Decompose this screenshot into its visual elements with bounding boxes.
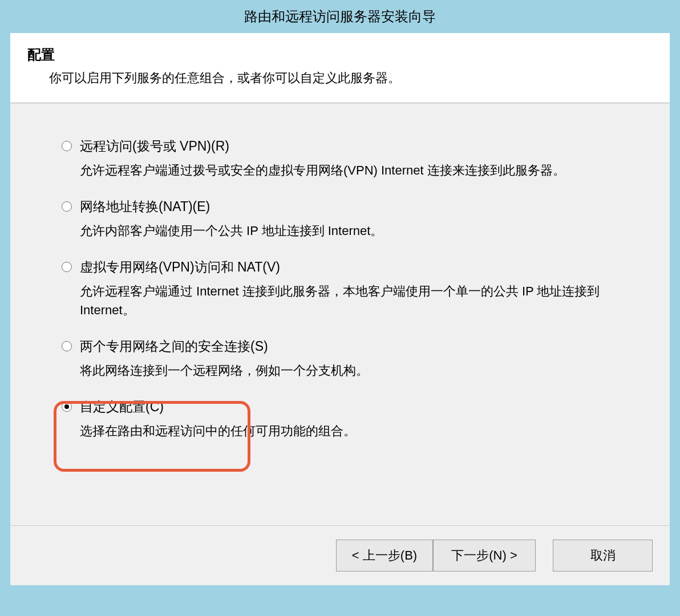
- option-desc-remote-access: 允许远程客户端通过拨号或安全的虚拟专用网络(VPN) Internet 连接来连…: [80, 161, 636, 180]
- option-desc-secure-connection: 将此网络连接到一个远程网络，例如一个分支机构。: [80, 361, 636, 380]
- radio-remote-access[interactable]: [62, 141, 72, 151]
- options-panel: 远程访问(拨号或 VPN)(R) 允许远程客户端通过拨号或安全的虚拟专用网络(V…: [10, 103, 670, 525]
- page-subheading: 你可以启用下列服务的任意组合，或者你可以自定义此服务器。: [49, 70, 653, 87]
- option-desc-vpn-nat: 允许远程客户端通过 Internet 连接到此服务器，本地客户端使用一个单一的公…: [80, 282, 636, 319]
- option-remote-access: 远程访问(拨号或 VPN)(R) 允许远程客户端通过拨号或安全的虚拟专用网络(V…: [62, 137, 636, 180]
- back-button[interactable]: < 上一步(B): [336, 540, 433, 572]
- option-desc-custom: 选择在路由和远程访问中的任何可用功能的组合。: [80, 422, 636, 440]
- window-title: 路由和远程访问服务器安装向导: [244, 7, 436, 26]
- page-heading: 配置: [27, 46, 653, 64]
- option-label-custom[interactable]: 自定义配置(C): [80, 398, 164, 416]
- wizard-window: 路由和远程访问服务器安装向导 配置 你可以启用下列服务的任意组合，或者你可以自定…: [0, 0, 680, 616]
- option-desc-nat: 允许内部客户端使用一个公共 IP 地址连接到 Internet。: [80, 221, 636, 240]
- option-label-secure-connection[interactable]: 两个专用网络之间的安全连接(S): [80, 338, 268, 355]
- option-label-remote-access[interactable]: 远程访问(拨号或 VPN)(R): [80, 137, 229, 155]
- header-panel: 配置 你可以启用下列服务的任意组合，或者你可以自定义此服务器。: [10, 33, 670, 103]
- title-bar: 路由和远程访问服务器安装向导: [0, 0, 680, 33]
- option-secure-connection: 两个专用网络之间的安全连接(S) 将此网络连接到一个远程网络，例如一个分支机构。: [62, 338, 636, 380]
- option-custom: 自定义配置(C) 选择在路由和远程访问中的任何可用功能的组合。: [62, 398, 636, 440]
- option-label-vpn-nat[interactable]: 虚拟专用网络(VPN)访问和 NAT(V): [80, 258, 280, 276]
- option-nat: 网络地址转换(NAT)(E) 允许内部客户端使用一个公共 IP 地址连接到 In…: [62, 198, 636, 240]
- cancel-button[interactable]: 取消: [553, 540, 653, 572]
- button-bar: < 上一步(B) 下一步(N) > 取消: [10, 525, 670, 585]
- radio-secure-connection[interactable]: [62, 341, 72, 351]
- radio-nat[interactable]: [62, 201, 72, 212]
- option-vpn-nat: 虚拟专用网络(VPN)访问和 NAT(V) 允许远程客户端通过 Internet…: [62, 258, 636, 319]
- next-button[interactable]: 下一步(N) >: [433, 540, 536, 572]
- radio-vpn-nat[interactable]: [62, 262, 72, 272]
- option-label-nat[interactable]: 网络地址转换(NAT)(E): [80, 198, 210, 216]
- radio-custom[interactable]: [62, 402, 72, 412]
